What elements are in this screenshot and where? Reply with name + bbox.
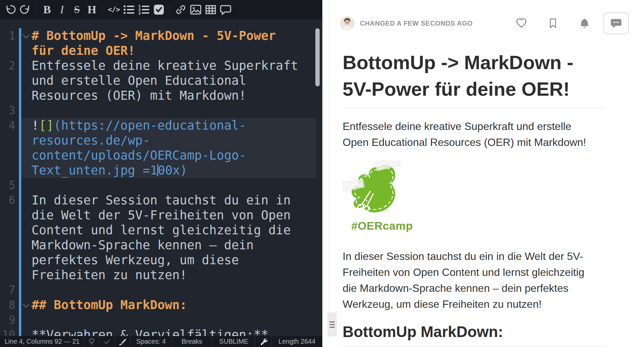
line-number: 1 — [0, 28, 15, 43]
undo-icon — [5, 4, 16, 15]
code-text: Text_unten.jpg =100x) — [32, 163, 187, 178]
line-number: 10 — [0, 327, 15, 336]
editor-line[interactable]: Content und lernst gleichzeitig die — [0, 223, 322, 238]
line-number: 4 — [0, 118, 15, 133]
editor-line[interactable]: perfektes Werkzeug, um diese — [0, 253, 322, 268]
editor-line[interactable]: 6In dieser Session tauchst du ein in — [0, 193, 322, 208]
code-text: Content und lernst gleichzeitig die — [32, 223, 291, 238]
section-heading: BottomUp MarkDown: — [343, 323, 605, 341]
unordered-list-button[interactable] — [121, 2, 136, 17]
status-indent-setting[interactable]: Spaces: 4 — [130, 336, 171, 347]
preview-header: CHANGED A FEW SECONDS AGO — [329, 0, 644, 31]
code-text: Entfessele deine kreative Superkraft — [32, 58, 298, 73]
editor-line[interactable]: Resources (OER) mit Markdown! — [0, 88, 322, 103]
image-button[interactable] — [188, 2, 203, 17]
link-button[interactable] — [173, 2, 188, 17]
editor-line[interactable]: resources.de/wp- — [0, 133, 322, 148]
toolbar-separator — [103, 4, 103, 15]
editor-line[interactable]: Markdown-Sprache kennen – dein — [0, 238, 322, 253]
bold-button[interactable]: B — [40, 2, 54, 17]
section-divider — [343, 346, 605, 347]
fold-chevron-icon[interactable] — [23, 301, 30, 308]
image-icon — [190, 5, 201, 15]
task-list-button[interactable] — [151, 2, 166, 17]
line-number: 7 — [0, 283, 15, 297]
avatar-photo — [340, 16, 355, 31]
line-number: 9 — [0, 312, 15, 327]
status-preferences[interactable] — [255, 336, 271, 347]
preview-content: BottomUp -> MarkDown - 5V-Power für dein… — [343, 49, 605, 347]
editor-line[interactable]: content/uploads/OERCamp-Logo- — [0, 148, 322, 163]
like-button[interactable] — [516, 18, 527, 29]
redo-button[interactable] — [18, 2, 33, 17]
grip-lines-icon — [330, 321, 335, 322]
comments-button[interactable] — [603, 12, 629, 34]
editor-scrollbar[interactable] — [315, 28, 320, 86]
editor-line[interactable]: 7 — [0, 283, 322, 297]
status-linebreak-setting[interactable]: Breaks — [171, 336, 212, 347]
code-text: Resources (OER) mit Markdown! — [32, 88, 246, 103]
editor-line[interactable]: Freiheiten zu nutzen! — [0, 268, 322, 283]
comment-button[interactable] — [218, 2, 233, 17]
markdown-app: { "colors": { "toolbar_bg": "#16191f", "… — [0, 0, 644, 347]
code-text: # BottomUp -> MarkDown - 5V-Power — [32, 28, 276, 43]
status-hint[interactable] — [84, 336, 99, 347]
code-text: Freiheiten zu nutzen! — [32, 268, 187, 283]
heading-button[interactable]: H — [84, 2, 99, 17]
editor-line[interactable]: Text_unten.jpg =100x) — [0, 163, 322, 178]
editor-line[interactable]: 9 — [0, 312, 322, 327]
bold-icon: B — [43, 4, 51, 15]
line-number: 8 — [0, 297, 15, 312]
editor-line[interactable]: 5 — [0, 178, 322, 193]
ordered-list-button[interactable]: 123 — [136, 2, 151, 17]
code-text: In dieser Session tauchst du ein in — [32, 193, 291, 208]
undo-button[interactable] — [3, 2, 18, 17]
code-button[interactable]: </> — [106, 2, 121, 17]
strikethrough-icon: S — [74, 4, 80, 15]
markdown-editor[interactable]: 1# BottomUp -> MarkDown - 5V-Powerfür de… — [0, 19, 322, 336]
status-doc-length: Length 2644 — [271, 336, 322, 347]
bell-icon — [579, 18, 590, 29]
status-keymap-setting[interactable]: SUBLIME — [212, 336, 255, 347]
fold-chevron-icon[interactable] — [23, 32, 30, 39]
wrench-icon — [260, 338, 268, 346]
heart-icon — [516, 18, 527, 29]
table-button[interactable] — [203, 2, 218, 17]
brush-icon — [119, 338, 127, 346]
editor-line[interactable]: 2Entfessele deine kreative Superkraft — [0, 58, 322, 73]
editor-line[interactable]: und erstelle Open Educational — [0, 73, 322, 88]
bookmark-button[interactable] — [548, 18, 558, 29]
editor-toolbar: BISH</>123 — [0, 0, 322, 19]
italic-button[interactable]: I — [54, 2, 69, 17]
strikethrough-button[interactable]: S — [69, 2, 84, 17]
code-text: content/uploads/OERCamp-Logo- — [32, 148, 246, 163]
notifications-button[interactable] — [579, 18, 590, 29]
code-text: und erstelle Open Educational — [32, 73, 246, 88]
comment-bubble-icon — [610, 17, 622, 30]
title-divider — [343, 108, 605, 108]
status-theme-brush[interactable] — [114, 336, 130, 347]
editor-line[interactable]: 8## BottomUp MarkDown: — [0, 297, 322, 312]
bookmark-icon — [548, 18, 558, 29]
bulb-icon — [88, 338, 95, 345]
preview-resize-handle[interactable] — [328, 312, 337, 336]
intro-paragraph: Entfessele deine kreative Superkraft und… — [343, 118, 605, 150]
author-avatar[interactable] — [340, 16, 355, 31]
editor-pane: BISH</>123 1# BottomUp -> MarkDown - 5V-… — [0, 0, 322, 347]
last-changed-label: CHANGED A FEW SECONDS AGO — [360, 20, 473, 27]
editor-statusbar: Line 4, Columns 92 — 21Spaces: 4BreaksSU… — [0, 336, 322, 347]
pane-splitter[interactable] — [322, 0, 328, 347]
status-cursor-position: Line 4, Columns 92 — 21 — [0, 336, 84, 347]
editor-line[interactable]: 1# BottomUp -> MarkDown - 5V-Power — [0, 28, 322, 43]
editor-line[interactable]: die Welt der 5V-Freiheiten von Open — [0, 208, 322, 223]
line-number: 2 — [0, 58, 15, 73]
editor-line[interactable]: 4![](https://open-educational- — [0, 118, 322, 133]
unordered-list-icon — [123, 4, 135, 15]
status-spellcheck[interactable] — [99, 336, 114, 347]
editor-line[interactable]: 3 — [0, 103, 322, 118]
editor-line[interactable]: für deine OER! — [0, 43, 322, 58]
oercamp-flame-graphic — [343, 160, 409, 217]
toolbar-separator — [36, 4, 36, 15]
toolbar-separator — [169, 4, 170, 15]
editor-line[interactable]: 10**Verwahren & Vervielfältigen:** — [0, 327, 322, 336]
